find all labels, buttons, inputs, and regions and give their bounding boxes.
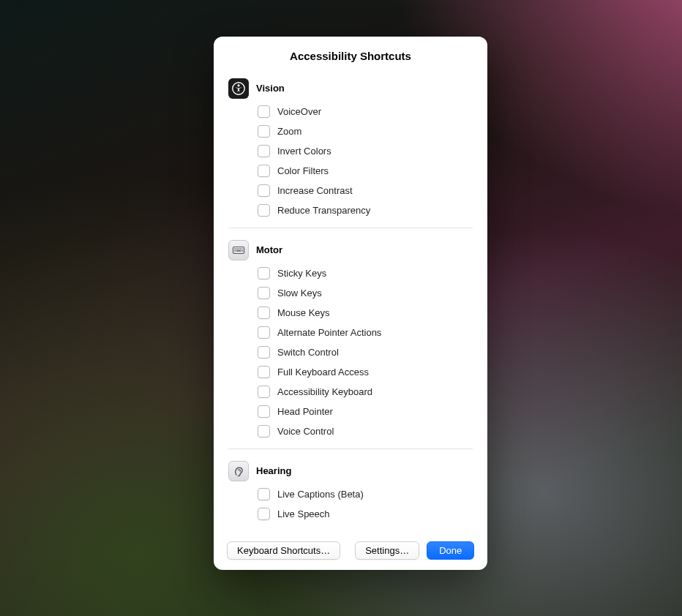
checkbox[interactable] bbox=[258, 326, 270, 339]
keyboard-shortcuts-button[interactable]: Keyboard Shortcuts… bbox=[227, 541, 340, 560]
keyboard-icon bbox=[228, 240, 249, 260]
option-mouse-keys[interactable]: Mouse Keys bbox=[256, 303, 473, 323]
option-label: Color Filters bbox=[277, 165, 329, 176]
option-full-keyboard-access[interactable]: Full Keyboard Access bbox=[256, 362, 473, 382]
checkbox[interactable] bbox=[258, 386, 270, 398]
checkbox[interactable] bbox=[258, 307, 270, 319]
option-label: Sticky Keys bbox=[277, 268, 326, 279]
option-voiceover[interactable]: VoiceOver bbox=[256, 102, 473, 121]
option-accessibility-keyboard[interactable]: Accessibility Keyboard bbox=[256, 382, 473, 402]
option-zoom[interactable]: Zoom bbox=[256, 121, 473, 141]
done-button[interactable]: Done bbox=[427, 541, 474, 560]
checkbox[interactable] bbox=[258, 405, 270, 418]
checkbox[interactable] bbox=[258, 366, 270, 378]
option-label: Head Pointer bbox=[277, 406, 333, 417]
option-label: Accessibility Keyboard bbox=[277, 386, 372, 397]
checkbox[interactable] bbox=[258, 346, 270, 358]
option-label: Full Keyboard Access bbox=[277, 367, 369, 378]
svg-rect-10 bbox=[241, 250, 243, 252]
option-color-filters[interactable]: Color Filters bbox=[256, 161, 473, 181]
section-title-motor: Motor bbox=[256, 240, 473, 260]
shortcuts-scroll-area: Vision VoiceOver Zoom Invert Colors bbox=[224, 75, 477, 531]
svg-rect-3 bbox=[235, 249, 236, 250]
option-label: Live Captions (Beta) bbox=[277, 489, 364, 500]
svg-rect-4 bbox=[236, 249, 238, 250]
option-label: Mouse Keys bbox=[277, 307, 330, 318]
option-label: VoiceOver bbox=[277, 106, 321, 117]
accessibility-shortcuts-panel: Accessibility Shortcuts Vision VoiceOver bbox=[214, 37, 487, 570]
option-label: Increase Contrast bbox=[277, 185, 353, 196]
checkbox[interactable] bbox=[258, 267, 270, 279]
checkbox[interactable] bbox=[258, 165, 270, 177]
option-sticky-keys[interactable]: Sticky Keys bbox=[256, 263, 473, 283]
section-motor: Motor Sticky Keys Slow Keys Mouse Keys bbox=[228, 228, 473, 448]
option-increase-contrast[interactable]: Increase Contrast bbox=[256, 181, 473, 200]
svg-rect-2 bbox=[233, 247, 244, 254]
option-label: Reduce Transparency bbox=[277, 205, 370, 216]
checkbox[interactable] bbox=[258, 145, 270, 157]
svg-rect-5 bbox=[239, 249, 240, 250]
option-label: Slow Keys bbox=[277, 288, 322, 298]
section-vision: Vision VoiceOver Zoom Invert Colors bbox=[228, 75, 473, 228]
settings-button[interactable]: Settings… bbox=[355, 541, 419, 560]
checkbox[interactable] bbox=[258, 287, 270, 299]
checkbox[interactable] bbox=[258, 508, 270, 520]
checkbox[interactable] bbox=[258, 125, 270, 138]
section-hearing: Hearing Live Captions (Beta) Live Speech bbox=[228, 448, 473, 531]
option-switch-control[interactable]: Switch Control bbox=[256, 342, 473, 362]
svg-rect-9 bbox=[236, 250, 241, 252]
option-voice-control[interactable]: Voice Control bbox=[256, 421, 473, 441]
section-title-hearing: Hearing bbox=[256, 461, 473, 481]
svg-rect-7 bbox=[242, 249, 243, 250]
option-live-speech[interactable]: Live Speech bbox=[256, 504, 473, 524]
desktop-wallpaper: Accessibility Shortcuts Vision VoiceOver bbox=[0, 0, 682, 616]
ear-icon bbox=[228, 461, 249, 481]
option-label: Invert Colors bbox=[277, 146, 331, 157]
option-label: Voice Control bbox=[277, 426, 334, 437]
option-slow-keys[interactable]: Slow Keys bbox=[256, 283, 473, 303]
option-head-pointer[interactable]: Head Pointer bbox=[256, 402, 473, 421]
svg-point-1 bbox=[237, 84, 239, 86]
option-label: Live Speech bbox=[277, 508, 330, 519]
option-label: Zoom bbox=[277, 126, 301, 137]
option-label: Switch Control bbox=[277, 347, 339, 358]
checkbox[interactable] bbox=[258, 105, 270, 118]
option-reduce-transparency[interactable]: Reduce Transparency bbox=[256, 200, 473, 220]
checkbox[interactable] bbox=[258, 488, 270, 500]
checkbox[interactable] bbox=[258, 184, 270, 197]
option-live-captions[interactable]: Live Captions (Beta) bbox=[256, 484, 473, 504]
section-title-vision: Vision bbox=[256, 78, 473, 99]
svg-rect-6 bbox=[240, 249, 241, 250]
svg-rect-8 bbox=[235, 250, 236, 252]
panel-title: Accessibility Shortcuts bbox=[224, 50, 477, 62]
button-bar: Keyboard Shortcuts… Settings… Done bbox=[224, 541, 477, 560]
option-label: Alternate Pointer Actions bbox=[277, 327, 381, 338]
checkbox[interactable] bbox=[258, 425, 270, 437]
option-invert-colors[interactable]: Invert Colors bbox=[256, 141, 473, 161]
checkbox[interactable] bbox=[258, 204, 270, 217]
accessibility-icon bbox=[228, 78, 249, 99]
option-alternate-pointer-actions[interactable]: Alternate Pointer Actions bbox=[256, 323, 473, 342]
